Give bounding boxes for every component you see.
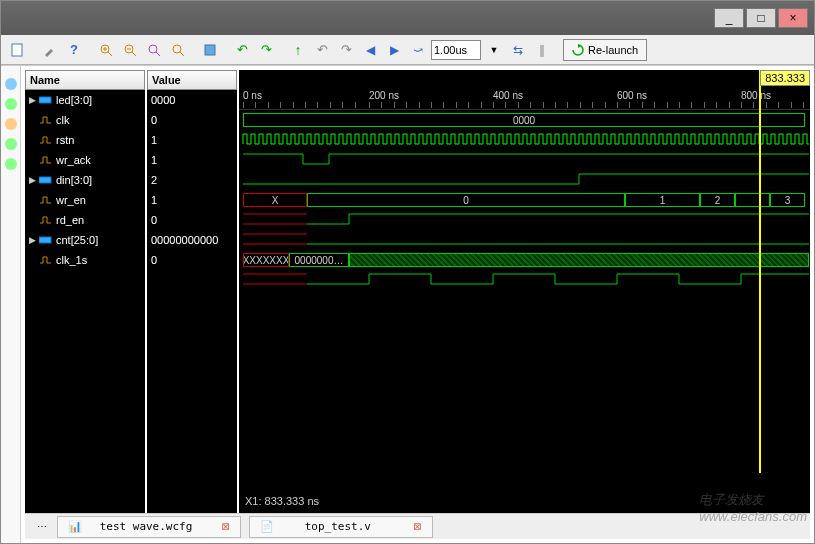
value-cell: 1 bbox=[147, 190, 237, 210]
file-tab[interactable]: 📄top_test.v⊠ bbox=[249, 516, 433, 538]
forward-icon[interactable]: ↷ bbox=[255, 39, 277, 61]
signal-row[interactable]: ▶cnt[25:0] bbox=[25, 230, 145, 250]
value-cell: 1 bbox=[147, 150, 237, 170]
value-cell: 0 bbox=[147, 210, 237, 230]
bus-icon bbox=[39, 174, 53, 186]
gutter-dot[interactable] bbox=[5, 138, 17, 150]
relaunch-button[interactable]: Re-launch bbox=[563, 39, 647, 61]
tab-bar: ⋯ 📊test wave.wcfg⊠📄top_test.v⊠ bbox=[25, 513, 810, 539]
signal-row[interactable]: rstn bbox=[25, 130, 145, 150]
signal-row[interactable]: ▶led[3:0] bbox=[25, 90, 145, 110]
signal-row[interactable]: wr_ack bbox=[25, 150, 145, 170]
svg-rect-15 bbox=[39, 237, 51, 243]
refresh-icon bbox=[572, 44, 584, 56]
expand-icon[interactable]: ▶ bbox=[29, 235, 39, 245]
svg-line-6 bbox=[132, 52, 136, 56]
zoom-in-icon[interactable] bbox=[95, 39, 117, 61]
time-ruler[interactable]: 0 ns200 ns400 ns600 ns800 ns bbox=[239, 88, 810, 110]
name-panel: Name ▶led[3:0]clkrstnwr_ack▶din[3:0]wr_e… bbox=[25, 70, 145, 513]
signal-row[interactable]: clk_1s bbox=[25, 250, 145, 270]
tab-close-icon[interactable]: ⊠ bbox=[222, 519, 230, 534]
prev-edge-icon[interactable]: ↶ bbox=[311, 39, 333, 61]
bus-icon bbox=[39, 94, 53, 106]
time-input[interactable] bbox=[431, 40, 481, 60]
signal-row[interactable]: clk bbox=[25, 110, 145, 130]
bit-icon bbox=[39, 254, 53, 266]
wave-panel[interactable]: 833.333 0 ns200 ns400 ns600 ns800 ns 000… bbox=[239, 70, 810, 513]
marker-icon[interactable] bbox=[199, 39, 221, 61]
titlebar: _ □ × bbox=[1, 1, 814, 35]
close-button[interactable]: × bbox=[778, 8, 808, 28]
svg-rect-12 bbox=[205, 45, 215, 55]
tab-scroll-icon[interactable]: ⋯ bbox=[31, 516, 53, 538]
bit-icon bbox=[39, 214, 53, 226]
new-icon[interactable] bbox=[7, 39, 29, 61]
wave-icon: 📊 bbox=[68, 520, 82, 533]
tab-close-icon[interactable]: ⊠ bbox=[414, 519, 422, 534]
name-header[interactable]: Name bbox=[25, 70, 145, 90]
minimize-button[interactable]: _ bbox=[714, 8, 744, 28]
file-tab[interactable]: 📊test wave.wcfg⊠ bbox=[57, 516, 241, 538]
svg-rect-13 bbox=[39, 97, 51, 103]
value-header[interactable]: Value bbox=[147, 70, 237, 90]
signal-row[interactable]: wr_en bbox=[25, 190, 145, 210]
zoom-cursor-icon[interactable] bbox=[167, 39, 189, 61]
help-icon[interactable]: ? bbox=[63, 39, 85, 61]
file-icon: 📄 bbox=[260, 520, 274, 533]
back-icon[interactable]: ↶ bbox=[231, 39, 253, 61]
toolbar: ? ↶ ↷ ↑ ↶ ↷ ◀ ▶ ⤻ ▼ ⇆ ‖ Re-launch bbox=[1, 35, 814, 65]
svg-point-8 bbox=[149, 45, 157, 53]
expand-icon[interactable]: ▶ bbox=[29, 175, 39, 185]
svg-rect-14 bbox=[39, 177, 51, 183]
pause-icon[interactable]: ‖ bbox=[531, 39, 553, 61]
next-trans-icon[interactable]: ▶ bbox=[383, 39, 405, 61]
cursor-time-label: 833.333 bbox=[760, 70, 810, 86]
value-panel: Value 0000011210000000000000 bbox=[147, 70, 237, 513]
bus-icon bbox=[39, 234, 53, 246]
bit-icon bbox=[39, 194, 53, 206]
value-cell: 0 bbox=[147, 110, 237, 130]
svg-point-10 bbox=[173, 45, 181, 53]
signal-row[interactable]: ▶din[3:0] bbox=[25, 170, 145, 190]
expand-icon[interactable]: ▶ bbox=[29, 95, 39, 105]
swap-icon[interactable]: ⇆ bbox=[507, 39, 529, 61]
bit-icon bbox=[39, 134, 53, 146]
zoom-out-icon[interactable] bbox=[119, 39, 141, 61]
bit-icon bbox=[39, 114, 53, 126]
zoom-fit-icon[interactable] bbox=[143, 39, 165, 61]
cursor-line[interactable] bbox=[759, 70, 761, 473]
gutter-dot[interactable] bbox=[5, 118, 17, 130]
next-edge-icon[interactable]: ↷ bbox=[335, 39, 357, 61]
prev-trans-icon[interactable]: ◀ bbox=[359, 39, 381, 61]
add-marker-icon[interactable]: ↑ bbox=[287, 39, 309, 61]
value-cell: 0 bbox=[147, 250, 237, 270]
svg-rect-0 bbox=[12, 44, 22, 56]
gutter-dot[interactable] bbox=[5, 78, 17, 90]
value-cell: 0000 bbox=[147, 90, 237, 110]
value-cell: 1 bbox=[147, 130, 237, 150]
signal-row[interactable]: rd_en bbox=[25, 210, 145, 230]
gutter-dot[interactable] bbox=[5, 98, 17, 110]
maximize-button[interactable]: □ bbox=[746, 8, 776, 28]
svg-line-2 bbox=[108, 52, 112, 56]
value-cell: 2 bbox=[147, 170, 237, 190]
svg-line-11 bbox=[180, 52, 184, 56]
left-gutter bbox=[1, 66, 21, 543]
time-dropdown-icon[interactable]: ▼ bbox=[483, 39, 505, 61]
wrench-icon[interactable] bbox=[39, 39, 61, 61]
watermark: 电子发烧友 www.elecfans.com bbox=[699, 491, 807, 524]
gutter-dot[interactable] bbox=[5, 158, 17, 170]
value-cell: 00000000000 bbox=[147, 230, 237, 250]
bit-icon bbox=[39, 154, 53, 166]
goto-time-icon[interactable]: ⤻ bbox=[407, 39, 429, 61]
svg-line-9 bbox=[156, 52, 160, 56]
